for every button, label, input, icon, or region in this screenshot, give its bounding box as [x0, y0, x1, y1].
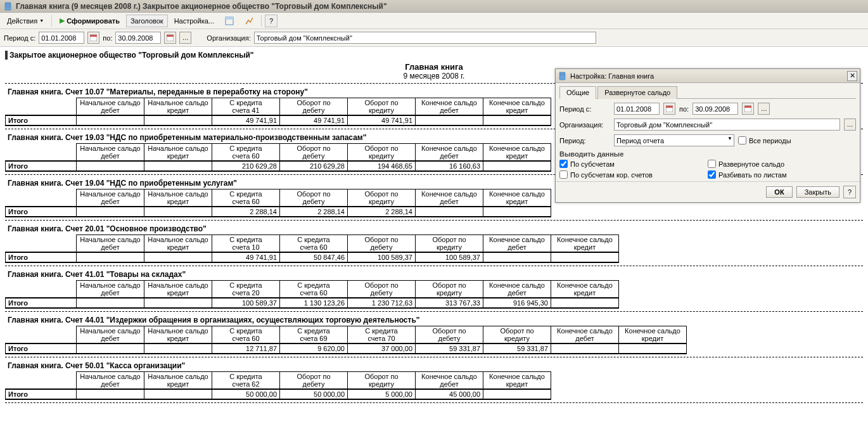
cell-value	[144, 298, 212, 308]
itog-label: Итого	[6, 207, 77, 217]
ledger-table: Начальное сальдодебетНачальное сальдокре…	[5, 143, 551, 172]
s-calendar-from-icon[interactable]	[663, 103, 675, 115]
ledger-table: Начальное сальдодебетНачальное сальдокре…	[5, 326, 687, 354]
section-title: Главная книга. Счет 44.01 "Издержки обра…	[5, 316, 863, 324]
separator	[5, 402, 863, 403]
column-header: Начальное сальдодебет	[77, 98, 144, 116]
column-header: С кредитасчета 41	[212, 98, 280, 116]
output-header: Выводить данные	[559, 150, 856, 158]
cell-value: 1 130 123,26	[280, 298, 348, 308]
s-org-label: Организация:	[559, 121, 610, 129]
itog-label: Итого	[6, 343, 77, 354]
column-header: Начальное сальдодебет	[77, 235, 144, 253]
tab-general[interactable]: Общие	[559, 86, 596, 99]
column-header: Конечное сальдодебет	[416, 372, 483, 390]
separator	[5, 266, 863, 266]
cell-value	[551, 343, 619, 354]
s-period-select[interactable]	[614, 134, 734, 146]
column-header: Оборот покредиту	[348, 144, 416, 162]
help-button-2[interactable]: ?	[843, 186, 856, 198]
cell-value: 1 230 712,63	[348, 298, 416, 308]
s-period-from-input[interactable]	[614, 103, 660, 115]
cell-value: 100 589,37	[348, 252, 416, 262]
cell-value	[77, 252, 144, 262]
svg-rect-2	[6, 5, 10, 6]
ledger-table: Начальное сальдодебетНачальное сальдокре…	[5, 98, 551, 126]
settings-button[interactable]: Настройка...	[170, 15, 219, 27]
column-header: Конечное сальдодебет	[416, 144, 483, 162]
svg-rect-9	[167, 35, 174, 37]
column-header: Конечное сальдодебет	[483, 235, 551, 253]
column-header: С кредитасчета 70	[348, 326, 416, 344]
s-period-to-input[interactable]	[692, 103, 738, 115]
column-header: Конечное сальдодебет	[551, 326, 619, 344]
column-header: Оборот подебету	[348, 235, 416, 253]
s-calendar-to-icon[interactable]	[742, 103, 754, 115]
column-header: С кредитасчета 20	[212, 281, 280, 299]
window-title: Главная книга (9 месяцев 2008 г.) Закрыт…	[16, 2, 387, 11]
cell-value: 313 767,33	[416, 298, 483, 308]
title-bar: Главная книга (9 месяцев 2008 г.) Закрыт…	[0, 0, 868, 13]
cell-value: 100 589,37	[416, 252, 483, 262]
actions-button[interactable]: Действия▼	[3, 15, 48, 27]
column-header: Конечное сальдокредит	[551, 281, 619, 299]
period-from-label: Период с:	[4, 34, 35, 42]
separator	[5, 357, 863, 357]
split-sheets-checkbox[interactable]	[708, 170, 716, 179]
s-org-input[interactable]	[614, 119, 840, 131]
s-period-from-label: Период с:	[559, 105, 610, 113]
by-sub-cor-checkbox[interactable]	[559, 170, 568, 179]
chart-icon	[245, 16, 253, 25]
cell-value	[77, 389, 144, 399]
column-header: Конечное сальдодебет	[416, 98, 483, 116]
org-input[interactable]	[254, 32, 596, 44]
cell-value	[77, 161, 144, 171]
period-picker-button[interactable]: …	[179, 32, 191, 44]
cell-value: 12 711,87	[212, 343, 280, 354]
header-button[interactable]: Заголовок	[126, 15, 168, 27]
svg-rect-5	[226, 17, 233, 20]
cell-value: 45 000,00	[416, 389, 483, 399]
svg-rect-1	[6, 4, 10, 4]
detailed-saldo-checkbox[interactable]	[708, 160, 716, 168]
column-header: Оборот покредиту	[348, 189, 416, 207]
s-org-picker-button[interactable]: …	[844, 119, 856, 131]
column-header: Конечное сальдокредит	[483, 144, 551, 162]
cell-value: 194 468,65	[348, 161, 416, 171]
settings-title: Настройка: Главная книга	[570, 72, 654, 80]
help-button[interactable]: ?	[265, 15, 278, 27]
column-header: С кредитасчета 60	[212, 144, 280, 162]
by-sub-cor-label: По субсчетам кор. счетов	[570, 171, 653, 179]
period-from-input[interactable]	[39, 32, 84, 44]
tab-detailed[interactable]: Развернутое сальдо	[597, 86, 677, 99]
cell-value: 210 629,28	[212, 161, 280, 171]
all-periods-label: Все периоды	[749, 137, 791, 144]
column-header: Начальное сальдокредит	[144, 326, 212, 344]
s-period-to-label: по:	[679, 105, 689, 113]
itog-label: Итого	[6, 389, 77, 399]
all-periods-checkbox[interactable]	[738, 136, 746, 144]
column-header: Оборот подебету	[280, 98, 348, 116]
s-period-picker-button[interactable]: …	[758, 103, 770, 115]
column-header: Начальное сальдодебет	[77, 281, 144, 299]
split-sheets-label: Разбивать по листам	[718, 171, 787, 179]
tool-icon-2[interactable]	[240, 15, 258, 27]
itog-label: Итого	[6, 115, 77, 125]
section-title: Главная книга. Счет 41.01 "Товары на скл…	[5, 270, 863, 279]
column-header: С кредитасчета 60	[280, 281, 348, 299]
close-button[interactable]: ✕	[847, 71, 857, 81]
svg-rect-11	[561, 74, 564, 74]
calendar-icon	[90, 34, 97, 41]
calendar-to-icon[interactable]	[164, 32, 176, 44]
cell-value	[483, 389, 551, 399]
close-button-2[interactable]: Закрыть	[796, 186, 839, 198]
calendar-from-icon[interactable]	[87, 32, 99, 44]
column-header: Оборот подебету	[280, 372, 348, 390]
by-sub-checkbox[interactable]	[559, 160, 568, 168]
generate-button[interactable]: ▶Сформировать	[55, 15, 124, 27]
period-to-input[interactable]	[115, 32, 161, 44]
tool-icon-1[interactable]	[220, 15, 238, 27]
ok-button[interactable]: ОК	[766, 186, 792, 198]
cell-value: 49 741,91	[280, 115, 348, 125]
cell-value	[144, 252, 212, 262]
